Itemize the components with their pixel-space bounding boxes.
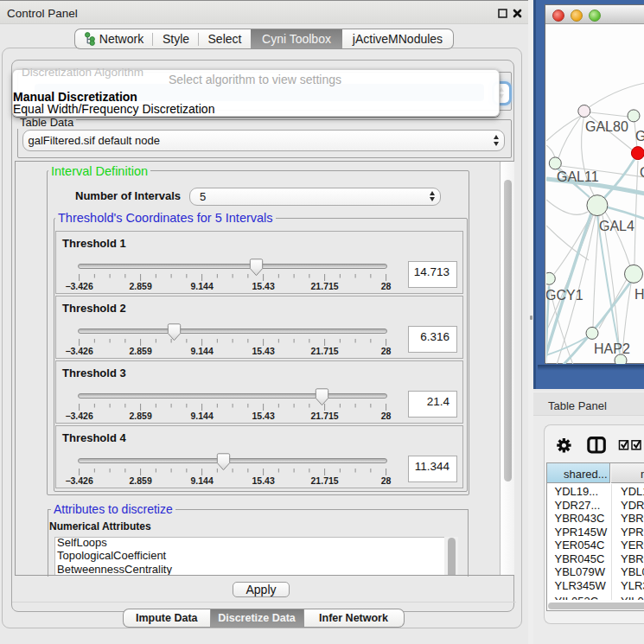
svg-text:HAP2: HAP2	[594, 341, 630, 356]
svg-text:GAL11: GAL11	[557, 169, 599, 184]
svg-text:GAL4: GAL4	[599, 219, 634, 233]
svg-text:GAL80: GAL80	[585, 119, 628, 134]
svg-text:H: H	[634, 287, 644, 302]
svg-text:GA: GA	[635, 129, 644, 143]
svg-text:C: C	[640, 165, 644, 180]
svg-text:GCY1: GCY1	[546, 288, 583, 303]
